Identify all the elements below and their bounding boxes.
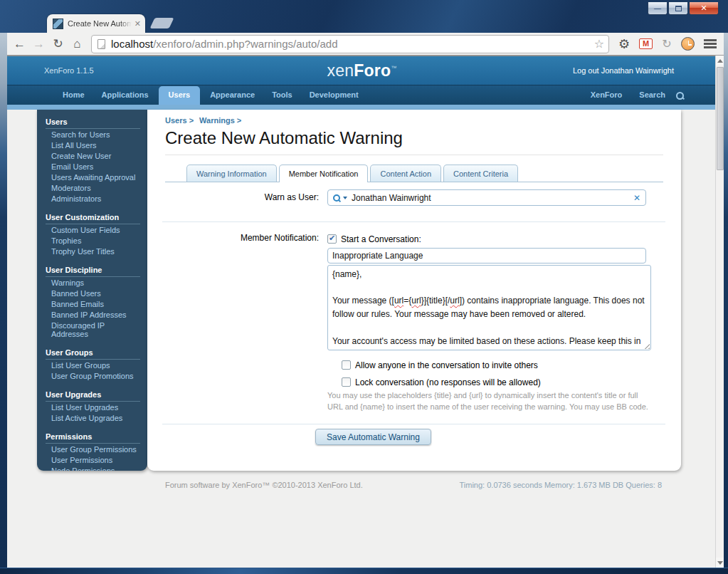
sidebar-item-warnings[interactable]: Warnings: [46, 277, 140, 288]
footer-copyright: Forum software by XenForo™ ©2010-2013 Xe…: [165, 481, 363, 489]
maximize-button[interactable]: [668, 2, 688, 15]
close-button[interactable]: ✕: [689, 2, 719, 15]
save-automatic-warning-button[interactable]: Save Automatic Warning: [315, 429, 431, 445]
sidebar-item-banned-ip-addresses[interactable]: Banned IP Addresses: [46, 309, 140, 320]
sidebar-section-users: Users: [46, 115, 140, 129]
search-icon[interactable]: [675, 91, 685, 100]
tab-content-criteria[interactable]: Content Criteria: [443, 165, 518, 182]
window-controls: — ✕: [647, 2, 719, 15]
nav-item-users[interactable]: Users: [159, 86, 201, 105]
sidebar-item-node-permissions[interactable]: Node Permissions: [46, 465, 140, 471]
gmail-icon[interactable]: M: [639, 38, 653, 49]
warn-as-user-label: Warn as User:: [147, 189, 319, 202]
forward-icon[interactable]: →: [29, 37, 48, 51]
page-body: Users Search for Users List All Users Cr…: [7, 110, 717, 568]
section-divider: [162, 221, 665, 222]
sidebar-item-user-permissions[interactable]: User Permissions: [46, 454, 140, 465]
breadcrumb-users[interactable]: Users >: [165, 116, 194, 125]
window-border-right: [724, 33, 728, 568]
sidebar-item-list-user-groups[interactable]: List User Groups: [46, 360, 140, 370]
member-notification-label: Member Notification:: [147, 230, 319, 245]
sidebar-item-search-for-users[interactable]: Search for Users: [46, 129, 140, 140]
sidebar-section-user-groups: User Groups: [46, 346, 140, 360]
user-search-icon[interactable]: [333, 193, 342, 203]
breadcrumb-warnings[interactable]: Warnings >: [199, 116, 241, 125]
sidebar-item-list-all-users[interactable]: List All Users: [46, 140, 140, 150]
tab-warning-information[interactable]: Warning Information: [186, 165, 277, 182]
start-conversation-checkbox[interactable]: [327, 234, 337, 244]
page-icon: [97, 39, 105, 49]
start-conversation-label: Start a Conversation:: [341, 234, 421, 244]
form-tabstrip: Warning Information Member Notification …: [165, 165, 663, 182]
tab-title: Create New Automatic Warning: [68, 19, 132, 28]
home-icon[interactable]: ⌂: [68, 37, 87, 51]
sidebar-item-trophy-user-titles[interactable]: Trophy User Titles: [46, 246, 140, 256]
lock-conversation-label: Lock conversation (no responses will be …: [355, 377, 541, 387]
sidebar-item-list-active-upgrades[interactable]: List Active Upgrades: [46, 412, 140, 423]
sidebar-item-create-new-user[interactable]: Create New User: [46, 150, 140, 161]
sidebar-item-administrators[interactable]: Administrators: [46, 193, 140, 204]
admin-header: XenForo 1.1.5 xenForo™ Log out Jonathan …: [7, 56, 717, 85]
conversation-message-textarea[interactable]: {name},Your message ([url={url}]{title}[…: [327, 265, 651, 350]
warn-as-user-field[interactable]: Jonathan Wainwright ✕: [327, 189, 646, 206]
window-border-bottom: [0, 568, 728, 574]
url-path: /xenforo/admin.php?warnings/auto/add: [153, 38, 337, 50]
nav-item-appearance[interactable]: Appearance: [201, 90, 263, 105]
lock-conversation-checkbox[interactable]: [342, 377, 351, 387]
xenforo-logo[interactable]: xenForo™: [327, 61, 397, 80]
bookmark-star-icon[interactable]: ☆: [594, 37, 604, 51]
refresh-icon[interactable]: ↻: [48, 36, 68, 51]
sidebar-section-user-discipline: User Discipline: [46, 263, 140, 277]
sync-icon[interactable]: ↻: [662, 37, 671, 51]
clock-icon[interactable]: [681, 37, 695, 51]
minimize-button[interactable]: —: [648, 2, 668, 15]
favicon-icon: [53, 19, 63, 29]
warn-as-user-value: Jonathan Wainwright: [352, 193, 431, 203]
back-icon[interactable]: ←: [10, 37, 29, 51]
url-bar[interactable]: localhost/xenforo/admin.php?warnings/aut…: [91, 35, 609, 53]
invite-others-checkbox[interactable]: [342, 360, 351, 370]
breadcrumb: Users >Warnings >: [165, 116, 247, 125]
browser-scrollbar[interactable]: [715, 56, 724, 568]
sidebar-item-list-user-upgrades[interactable]: List User Upgrades: [46, 402, 140, 412]
nav-item-development[interactable]: Development: [301, 90, 367, 105]
nav-item-tools[interactable]: Tools: [263, 90, 301, 105]
sidebar-item-email-users[interactable]: Email Users: [46, 161, 140, 172]
chevron-down-icon[interactable]: [343, 197, 347, 202]
sidebar-item-users-awaiting-approval[interactable]: Users Awaiting Approval: [46, 172, 140, 182]
invite-others-label: Allow anyone in the conversation to invi…: [355, 360, 538, 370]
sidebar-item-discouraged-ip-addresses[interactable]: Discouraged IP Addresses: [46, 320, 140, 339]
nav-item-home[interactable]: Home: [54, 90, 93, 105]
browser-tab[interactable]: Create New Automatic Warning ✕: [47, 14, 145, 33]
sidebar-section-user-customization: User Customization: [46, 211, 140, 224]
sidebar-section-permissions: Permissions: [46, 430, 140, 444]
scrollbar-thumb[interactable]: [717, 67, 724, 170]
nav-item-applications[interactable]: Applications: [93, 90, 157, 105]
conversation-title-input[interactable]: [327, 248, 646, 263]
sidebar-item-user-group-promotions[interactable]: User Group Promotions: [46, 370, 140, 381]
browser-toolbar: ← → ↻ ⌂ localhost/xenforo/admin.php?warn…: [7, 33, 724, 56]
sidebar-item-banned-users[interactable]: Banned Users: [46, 288, 140, 298]
clear-icon[interactable]: ✕: [633, 193, 640, 203]
sidebar-item-custom-user-fields[interactable]: Custom User Fields: [46, 224, 140, 235]
title-divider: [165, 155, 663, 155]
tab-content-action[interactable]: Content Action: [370, 165, 441, 182]
menu-icon[interactable]: [704, 39, 717, 48]
admin-nav: Home Applications Users Appearance Tools…: [7, 85, 717, 105]
sidebar-item-user-group-permissions[interactable]: User Group Permissions: [46, 444, 140, 454]
logout-link[interactable]: Log out Jonathan Wainwright: [573, 66, 674, 75]
page-viewport: XenForo 1.1.5 xenForo™ Log out Jonathan …: [7, 56, 717, 568]
new-tab-button[interactable]: [150, 18, 174, 28]
placeholders-help-text: You may use the placeholders {title} and…: [327, 390, 652, 413]
sidebar-item-moderators[interactable]: Moderators: [46, 182, 140, 193]
window-titlebar: Create New Automatic Warning ✕ — ✕: [0, 0, 728, 33]
tab-close-icon[interactable]: ✕: [134, 19, 141, 28]
nav-item-search[interactable]: Search: [631, 90, 674, 105]
sidebar-item-banned-emails[interactable]: Banned Emails: [46, 298, 140, 309]
tab-member-notification[interactable]: Member Notification: [279, 165, 369, 182]
sidebar-item-trophies[interactable]: Trophies: [46, 235, 140, 246]
gear-icon[interactable]: ⚙: [618, 36, 630, 51]
nav-accent-strip: [7, 105, 717, 110]
nav-item-xenforo[interactable]: XenForo: [582, 90, 631, 105]
url-host: localhost: [111, 38, 153, 50]
